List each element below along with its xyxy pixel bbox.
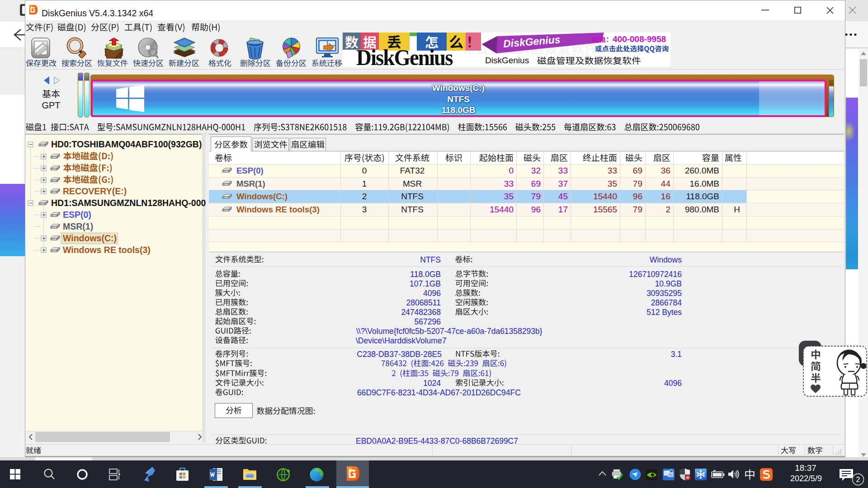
svg-text:2: 2 — [856, 476, 860, 483]
